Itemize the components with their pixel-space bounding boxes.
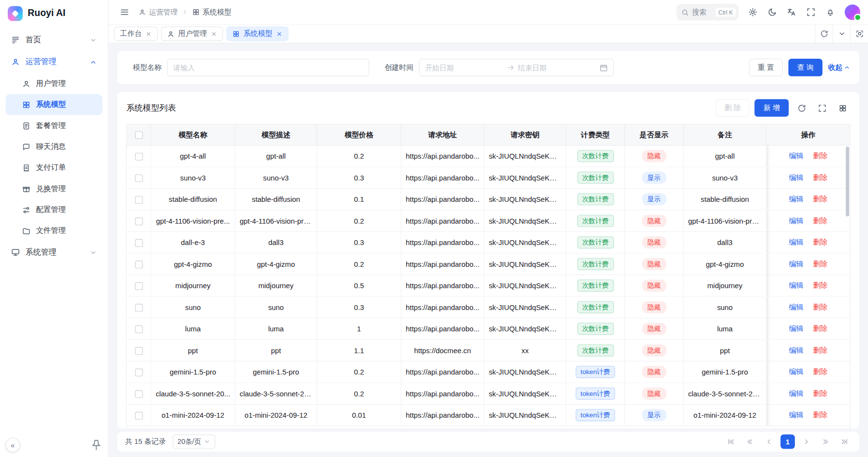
- last-page-button[interactable]: [837, 435, 852, 449]
- page-size-select[interactable]: 20条/页: [173, 435, 215, 449]
- row-checkbox[interactable]: [135, 261, 143, 268]
- visibility-badge: 隐藏: [642, 323, 666, 335]
- user-avatar[interactable]: [845, 4, 860, 20]
- cell-model-price: 1: [317, 318, 401, 340]
- row-checkbox[interactable]: [135, 304, 143, 311]
- tab[interactable]: 用户管理: [161, 27, 223, 41]
- breadcrumb-item-system-model[interactable]: 系统模型: [192, 7, 231, 17]
- delete-link[interactable]: 删除: [813, 389, 828, 397]
- tab[interactable]: 工作台: [114, 27, 158, 41]
- sidebar-sub-item[interactable]: 系统模型: [5, 94, 102, 115]
- row-checkbox[interactable]: [135, 174, 143, 182]
- query-button[interactable]: 查 询: [788, 59, 822, 77]
- delete-link[interactable]: 删除: [813, 325, 828, 333]
- next-page-button[interactable]: [799, 435, 814, 449]
- table-fullscreen-button[interactable]: [814, 100, 830, 116]
- batch-delete-button[interactable]: 删 除: [716, 99, 750, 117]
- sidebar-item-operations[interactable]: 运营管理: [5, 51, 102, 73]
- back-pages-button[interactable]: [743, 435, 757, 449]
- sidebar-sub-item[interactable]: 配置管理: [5, 199, 102, 220]
- language-button[interactable]: [783, 4, 800, 20]
- delete-link[interactable]: 删除: [813, 195, 828, 203]
- delete-link[interactable]: 删除: [813, 411, 828, 419]
- edit-link[interactable]: 编辑: [789, 238, 803, 246]
- edit-link[interactable]: 编辑: [789, 195, 803, 203]
- fullscreen-button[interactable]: [802, 4, 819, 20]
- table-scrollbar-thumb[interactable]: [846, 147, 849, 216]
- edit-link[interactable]: 编辑: [789, 325, 803, 333]
- delete-link[interactable]: 删除: [813, 368, 828, 376]
- edit-link[interactable]: 编辑: [789, 411, 803, 419]
- edit-link[interactable]: 编辑: [789, 346, 803, 354]
- sidebar-sub-item[interactable]: 用户管理: [5, 73, 102, 94]
- delete-link[interactable]: 删除: [813, 303, 828, 311]
- forward-pages-button[interactable]: [818, 435, 833, 449]
- cell-request-key: sk-JIUQLNndqSeKWU...: [484, 275, 566, 296]
- sidebar-item-system[interactable]: 系统管理: [5, 241, 102, 263]
- cell-visibility: 显示: [625, 405, 684, 426]
- model-name-input[interactable]: [167, 59, 369, 77]
- row-checkbox[interactable]: [135, 282, 143, 290]
- edit-link[interactable]: 编辑: [789, 152, 803, 160]
- edit-link[interactable]: 编辑: [789, 260, 803, 268]
- settings-button[interactable]: [745, 4, 761, 20]
- cell-model-price: 0.2: [317, 146, 401, 167]
- column-settings-button[interactable]: [835, 100, 850, 116]
- delete-link[interactable]: 删除: [813, 281, 828, 290]
- row-checkbox[interactable]: [135, 196, 143, 204]
- row-checkbox[interactable]: [135, 217, 143, 225]
- delete-link[interactable]: 删除: [813, 152, 828, 160]
- sidebar-sub-item[interactable]: 兑换管理: [5, 178, 102, 199]
- edit-link[interactable]: 编辑: [789, 303, 803, 311]
- edit-link[interactable]: 编辑: [789, 281, 803, 290]
- dark-mode-button[interactable]: [764, 4, 780, 20]
- date-range-picker[interactable]: [419, 59, 614, 77]
- close-icon[interactable]: [276, 31, 282, 37]
- tabs-menu-button[interactable]: [833, 25, 851, 43]
- first-page-button[interactable]: [724, 435, 738, 449]
- sidebar-collapse-button[interactable]: «: [5, 438, 20, 452]
- sidebar-sub-item[interactable]: 支付订单: [5, 157, 102, 178]
- page-number-button[interactable]: 1: [781, 435, 795, 449]
- row-checkbox[interactable]: [135, 390, 143, 398]
- close-icon[interactable]: [146, 31, 152, 37]
- sidebar-sub-item[interactable]: 套餐管理: [5, 115, 102, 136]
- refresh-page-button[interactable]: [815, 25, 833, 43]
- delete-link[interactable]: 删除: [813, 346, 828, 354]
- row-checkbox[interactable]: [135, 153, 143, 161]
- row-checkbox[interactable]: [135, 369, 143, 376]
- delete-link[interactable]: 删除: [813, 238, 828, 246]
- start-date-input[interactable]: [425, 64, 503, 72]
- edit-link[interactable]: 编辑: [789, 389, 803, 397]
- refresh-table-button[interactable]: [794, 100, 809, 116]
- end-date-input[interactable]: [518, 64, 596, 72]
- global-search-input[interactable]: 搜索 Ctrl K: [676, 4, 738, 20]
- row-checkbox[interactable]: [135, 347, 143, 355]
- close-icon[interactable]: [211, 31, 217, 37]
- content-fullscreen-button[interactable]: [850, 25, 868, 43]
- delete-link[interactable]: 删除: [813, 260, 828, 268]
- notifications-button[interactable]: [822, 4, 838, 20]
- breadcrumb-item-operations[interactable]: 运营管理: [138, 7, 178, 17]
- row-checkbox[interactable]: [135, 239, 143, 247]
- delete-link[interactable]: 删除: [813, 173, 828, 181]
- sidebar-toggle-button[interactable]: [116, 4, 133, 20]
- collapse-filter-link[interactable]: 收起: [828, 63, 851, 73]
- tab[interactable]: 系统模型: [227, 27, 289, 41]
- prev-page-button[interactable]: [762, 435, 776, 449]
- select-all-checkbox[interactable]: [135, 131, 143, 139]
- sidebar-sub-item[interactable]: 文件管理: [5, 220, 102, 241]
- cell-actions: 编辑 删除: [767, 211, 850, 232]
- sidebar: Ruoyi AI 首页 运营管理 用户管理 系统模型 套餐管理 聊天消息 支付订…: [0, 0, 109, 457]
- reset-button[interactable]: 重 置: [749, 59, 783, 77]
- row-checkbox[interactable]: [135, 412, 143, 420]
- edit-link[interactable]: 编辑: [789, 216, 803, 225]
- edit-link[interactable]: 编辑: [789, 173, 803, 181]
- sidebar-item-home[interactable]: 首页: [5, 29, 102, 51]
- pin-icon[interactable]: [90, 439, 102, 451]
- row-checkbox[interactable]: [135, 326, 143, 333]
- edit-link[interactable]: 编辑: [789, 368, 803, 376]
- delete-link[interactable]: 删除: [813, 216, 828, 225]
- sidebar-sub-item[interactable]: 聊天消息: [5, 136, 102, 157]
- add-button[interactable]: 新 增: [754, 99, 788, 117]
